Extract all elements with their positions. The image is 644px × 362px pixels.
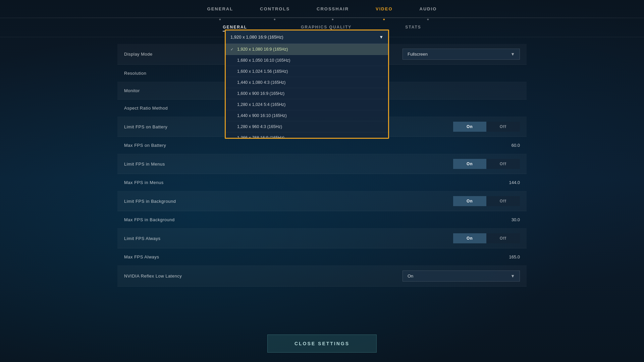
limit-fps-always-control: On Off [252, 233, 520, 243]
nav-item-controls[interactable]: CONTROLS [260, 1, 290, 17]
max-fps-battery-control: 60.0 [252, 143, 520, 148]
limit-fps-menus-off[interactable]: Off [486, 159, 520, 169]
max-fps-battery-value: 60.0 [493, 143, 520, 148]
check-icon: ✓ [230, 47, 234, 52]
limit-fps-always-label: Limit FPS Always [124, 236, 252, 241]
limit-fps-battery-toggle: On Off [453, 122, 520, 132]
limit-fps-bg-row: Limit FPS in Background On Off [117, 191, 527, 211]
resolution-dropdown-overlay: 1,920 x 1,080 16:9 (165Hz) ▼ ✓1,920 x 1,… [225, 29, 389, 139]
max-fps-always-control: 165.0 [252, 254, 520, 259]
max-fps-bg-label: Max FPS in Background [124, 217, 252, 222]
nav-item-audio[interactable]: AUDIO [420, 1, 437, 17]
resolution-option[interactable]: 1,680 x 1,050 16:10 (165Hz) [226, 55, 388, 66]
resolution-option[interactable]: ✓1,920 x 1,080 16:9 (165Hz) [226, 44, 388, 55]
nvidia-reflex-dropdown-arrow-icon: ▼ [511, 274, 515, 279]
max-fps-bg-row: Max FPS in Background 30.0 [117, 211, 527, 229]
display-mode-dropdown[interactable]: Fullscreen ▼ [402, 49, 520, 60]
limit-fps-battery-on[interactable]: On [453, 122, 486, 132]
max-fps-bg-control: 30.0 [252, 217, 520, 222]
max-fps-menus-control: 144.0 [252, 180, 520, 185]
limit-fps-bg-control: On Off [252, 196, 520, 206]
resolution-dropdown-arrow-icon: ▼ [379, 35, 383, 40]
resolution-option[interactable]: 1,440 x 900 16:10 (165Hz) [226, 110, 388, 121]
top-navigation: GENERAL CONTROLS CROSSHAIR VIDEO AUDIO [0, 0, 644, 18]
resolution-option[interactable]: 1,280 x 1,024 5:4 (165Hz) [226, 99, 388, 110]
resolution-option[interactable]: 1,280 x 960 4:3 (165Hz) [226, 121, 388, 132]
max-fps-bg-value: 30.0 [493, 217, 520, 222]
resolution-options-list: ✓1,920 x 1,080 16:9 (165Hz)1,680 x 1,050… [226, 44, 388, 138]
close-settings-button[interactable]: CLOSE SETTINGS [267, 335, 377, 353]
limit-fps-menus-toggle: On Off [453, 159, 520, 169]
limit-fps-always-on[interactable]: On [453, 233, 486, 243]
resolution-option[interactable]: 1,440 x 1,080 4:3 (165Hz) [226, 77, 388, 88]
max-fps-battery-label: Max FPS on Battery [124, 143, 252, 148]
max-fps-always-value: 165.0 [493, 254, 520, 259]
nav-item-crosshair[interactable]: CROSSHAIR [317, 1, 349, 17]
max-fps-menus-value: 144.0 [493, 180, 520, 185]
limit-fps-menus-label: Limit FPS in Menus [124, 162, 252, 167]
max-fps-menus-label: Max FPS in Menus [124, 180, 252, 185]
nvidia-reflex-row: NVIDIA Reflex Low Latency On ▼ [117, 266, 527, 287]
nav-divider [0, 17, 644, 18]
limit-fps-menus-on[interactable]: On [453, 159, 486, 169]
limit-fps-bg-off[interactable]: Off [486, 196, 520, 206]
limit-fps-menus-row: Limit FPS in Menus On Off [117, 154, 527, 174]
dropdown-arrow-icon: ▼ [511, 52, 515, 57]
sub-nav-stats[interactable]: STATS [405, 23, 421, 32]
resolution-option[interactable]: 1,600 x 1,024 1.56 (165Hz) [226, 66, 388, 77]
limit-fps-always-row: Limit FPS Always On Off [117, 229, 527, 248]
nvidia-reflex-dropdown[interactable]: On ▼ [402, 270, 520, 282]
nvidia-reflex-label: NVIDIA Reflex Low Latency [124, 274, 252, 279]
limit-fps-always-toggle: On Off [453, 233, 520, 243]
nvidia-reflex-control: On ▼ [252, 270, 520, 282]
max-fps-always-label: Max FPS Always [124, 254, 252, 259]
limit-fps-battery-off[interactable]: Off [486, 122, 520, 132]
resolution-option[interactable]: 1,600 x 900 16:9 (165Hz) [226, 88, 388, 99]
max-fps-menus-row: Max FPS in Menus 144.0 [117, 174, 527, 191]
limit-fps-bg-toggle: On Off [453, 196, 520, 206]
nav-item-video[interactable]: VIDEO [376, 1, 392, 17]
limit-fps-always-off[interactable]: Off [486, 233, 520, 243]
resolution-option[interactable]: 1,366 x 768 16:9 (165Hz) [226, 132, 388, 138]
limit-fps-bg-on[interactable]: On [453, 196, 486, 206]
max-fps-battery-row: Max FPS on Battery 60.0 [117, 137, 527, 154]
resolution-dropdown-header[interactable]: 1,920 x 1,080 16:9 (165Hz) ▼ [226, 31, 388, 44]
nav-item-general[interactable]: GENERAL [207, 1, 233, 17]
limit-fps-menus-control: On Off [252, 159, 520, 169]
limit-fps-bg-label: Limit FPS in Background [124, 199, 252, 204]
max-fps-always-row: Max FPS Always 165.0 [117, 248, 527, 266]
